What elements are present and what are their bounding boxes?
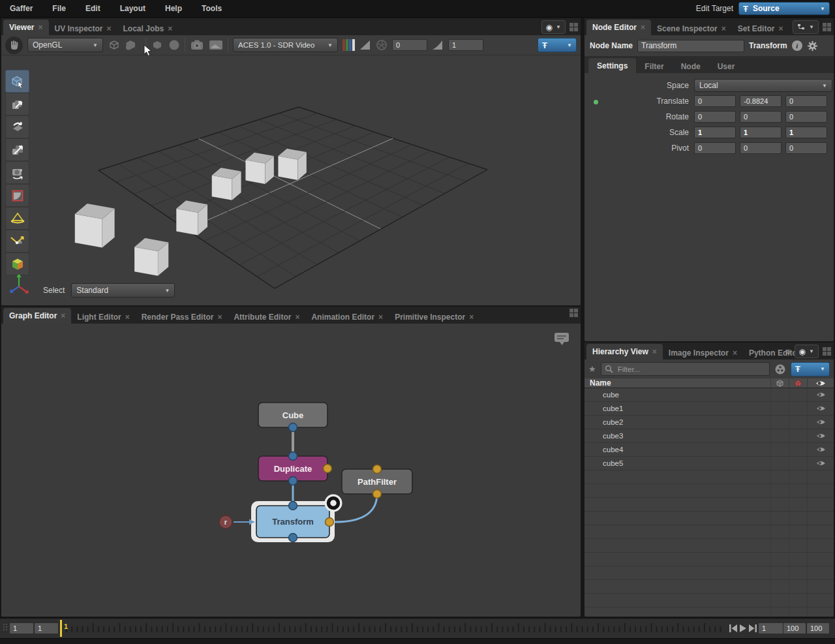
channel-select-icon[interactable] <box>342 39 355 51</box>
scale-z-field[interactable] <box>785 127 827 138</box>
filter-input[interactable] <box>616 365 766 374</box>
tab-attribute-editor[interactable]: Attribute Editor × <box>228 310 305 324</box>
gamma-icon[interactable] <box>432 40 444 50</box>
edit-target-dropdown[interactable]: Ŧ Source ▼ <box>738 2 830 15</box>
eye-icon[interactable] <box>807 388 834 401</box>
eye-icon[interactable] <box>807 566 834 579</box>
eye-icon[interactable] <box>807 443 834 456</box>
exposure-field[interactable] <box>392 39 427 51</box>
frame-ruler[interactable] <box>65 619 725 638</box>
tab-uv-inspector[interactable]: UV Inspector × <box>49 22 117 35</box>
hierarchy-row[interactable]: cube5 <box>584 457 834 470</box>
scene-cube[interactable] <box>176 209 198 236</box>
scene-start-frame-field[interactable] <box>9 622 34 634</box>
crop-window-tool-button[interactable] <box>5 184 29 207</box>
scene-cube[interactable] <box>212 176 232 200</box>
pivot-x-field[interactable] <box>694 142 736 154</box>
node-source-menu-button[interactable]: ▼ <box>793 20 819 34</box>
eye-icon[interactable] <box>807 525 834 538</box>
close-icon[interactable]: × <box>125 313 130 322</box>
rotate-x-field[interactable] <box>694 111 736 123</box>
eye-icon[interactable] <box>807 402 834 415</box>
yellow-port[interactable] <box>326 518 334 527</box>
red-cube-column-icon[interactable] <box>789 378 807 388</box>
filter-settings-icon[interactable] <box>774 363 786 375</box>
eye-icon[interactable] <box>807 470 834 483</box>
camera-icon[interactable] <box>190 39 204 51</box>
scale-x-field[interactable] <box>694 127 736 138</box>
current-frame-field[interactable] <box>758 622 785 634</box>
scene-cube[interactable] <box>278 156 297 180</box>
name-column-header[interactable]: Name <box>584 378 770 388</box>
hierarchy-row[interactable]: cube1 <box>584 402 834 416</box>
menu-file[interactable]: File <box>42 4 76 13</box>
playback-end-frame-field[interactable] <box>783 622 806 634</box>
scene-cube[interactable] <box>134 247 158 276</box>
tab-light-editor[interactable]: Light Editor × <box>71 310 135 324</box>
gear-icon[interactable] <box>807 40 818 52</box>
tab-scene-inspector[interactable]: Scene Inspector × <box>651 22 732 35</box>
scene-cube[interactable] <box>245 160 265 184</box>
yellow-port[interactable] <box>324 465 332 473</box>
tab-animation-editor[interactable]: Animation Editor × <box>305 310 389 324</box>
subtab-filter[interactable]: Filter <box>636 60 672 73</box>
translate-y-field[interactable] <box>740 95 782 107</box>
viewer-focus-menu-button[interactable]: ◉ ▼ <box>541 20 566 34</box>
close-icon[interactable]: × <box>61 311 65 320</box>
solid-cube-icon[interactable] <box>151 38 164 52</box>
close-icon[interactable]: × <box>778 24 783 33</box>
hamburger-icon[interactable]: ≡ <box>785 346 790 357</box>
wireframe-cube-icon[interactable] <box>108 38 121 52</box>
tab-primitive-inspector[interactable]: Primitive Inspector × <box>389 310 479 324</box>
translate-x-field[interactable] <box>694 95 736 107</box>
blue-port[interactable] <box>289 423 297 432</box>
display-transform-dropdown[interactable]: ACES 1.0 - SDR Video ▼ <box>233 38 338 52</box>
hierarchy-row[interactable]: cube <box>584 388 834 402</box>
close-icon[interactable]: × <box>38 23 42 32</box>
hierarchy-row[interactable]: cube3 <box>584 429 834 443</box>
star-icon[interactable]: ★ <box>588 364 596 374</box>
rotate-y-field[interactable] <box>740 111 782 123</box>
eye-icon[interactable] <box>807 498 834 511</box>
camera-tool-button[interactable] <box>5 161 29 184</box>
subtab-node[interactable]: Node <box>673 60 709 73</box>
eye-icon[interactable] <box>807 416 834 429</box>
scale-tool-button[interactable] <box>5 138 29 161</box>
close-icon[interactable]: × <box>168 24 172 33</box>
select-objects-icon[interactable] <box>125 38 141 52</box>
eye-icon[interactable] <box>807 429 834 442</box>
shaded-sphere-icon[interactable] <box>168 39 180 51</box>
scene-cube[interactable] <box>75 214 102 248</box>
subtab-user[interactable]: User <box>709 60 744 73</box>
gamma-field[interactable] <box>448 39 483 51</box>
visibility-column-icon[interactable] <box>807 378 834 388</box>
eye-icon[interactable] <box>807 553 834 566</box>
rotate-z-field[interactable] <box>785 111 827 123</box>
close-icon[interactable]: × <box>641 23 645 32</box>
viewport-3d[interactable]: Select Standard ▼ <box>1 55 581 305</box>
eye-icon[interactable] <box>807 539 834 552</box>
eye-icon[interactable] <box>807 594 834 607</box>
rotate-tool-button[interactable] <box>5 115 29 138</box>
blue-port[interactable] <box>289 502 297 510</box>
frame-gadget-icon[interactable] <box>209 39 223 51</box>
node-graph-canvas[interactable]: CubeDuplicatePathFilterTransformr <box>1 324 581 617</box>
tab-local-jobs[interactable]: Local Jobs × <box>117 22 179 35</box>
light-position-tool-button[interactable] <box>5 230 29 253</box>
viewer-pin-dropdown[interactable]: Ŧ ▼ <box>538 38 577 52</box>
scene-end-frame-field[interactable] <box>806 622 830 634</box>
tab-graph-editor[interactable]: Graph Editor × <box>3 308 71 324</box>
pivot-y-field[interactable] <box>740 142 782 154</box>
filter-input-box[interactable] <box>601 362 770 376</box>
close-icon[interactable]: × <box>721 24 726 33</box>
eye-icon[interactable] <box>807 457 834 470</box>
eye-icon[interactable] <box>807 512 834 525</box>
menu-edit[interactable]: Edit <box>76 4 110 13</box>
tab-hierarchy-view[interactable]: Hierarchy View × <box>586 344 663 360</box>
playback-controls[interactable] <box>729 624 757 633</box>
close-icon[interactable]: × <box>652 347 657 356</box>
close-icon[interactable]: × <box>217 313 222 322</box>
playhead[interactable] <box>60 620 62 637</box>
renderer-dropdown[interactable]: OpenGL ▼ <box>27 38 103 52</box>
layout-grid-icon[interactable] <box>569 309 578 317</box>
